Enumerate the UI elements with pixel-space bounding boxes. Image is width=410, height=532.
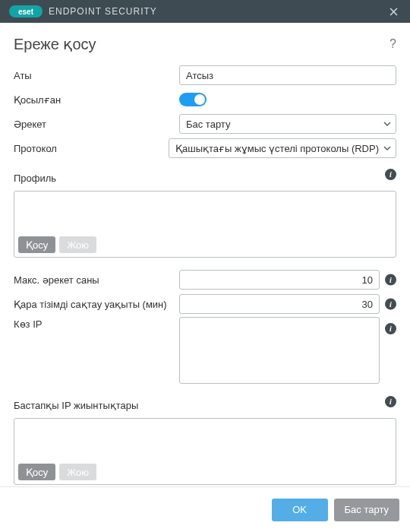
- info-icon[interactable]: i: [385, 169, 396, 180]
- ok-button[interactable]: OK: [272, 499, 328, 521]
- footer: OK Бас тарту: [0, 486, 410, 532]
- info-icon[interactable]: i: [385, 299, 396, 310]
- chevron-down-icon: [383, 120, 391, 128]
- protocol-select-value: Қашықтағы жұмыс үстелі протоколы (RDP): [175, 143, 379, 154]
- product-name: ENDPOINT SECURITY: [49, 6, 157, 17]
- blacklist-retention-label: Қара тізімді сақтау уақыты (мин): [14, 295, 179, 314]
- protocol-select[interactable]: Қашықтағы жұмыс үстелі протоколы (RDP): [169, 138, 396, 158]
- close-button[interactable]: [384, 2, 402, 21]
- profile-label: Профиль: [14, 169, 396, 188]
- enabled-label: Қосылған: [14, 90, 179, 109]
- action-select-value: Бас тарту: [186, 119, 379, 130]
- profile-listbox[interactable]: Қосу Жою: [14, 191, 396, 258]
- protocol-label: Протокол: [14, 139, 169, 158]
- action-select[interactable]: Бас тарту: [179, 114, 396, 134]
- enabled-toggle[interactable]: [179, 93, 207, 106]
- action-label: Әрекет: [14, 115, 179, 134]
- info-icon[interactable]: i: [385, 274, 396, 286]
- max-attempts-label: Макс. әрекет саны: [14, 271, 179, 290]
- blacklist-retention-input[interactable]: [179, 294, 380, 314]
- ipsets-add-button[interactable]: Қосу: [18, 464, 55, 480]
- cancel-button[interactable]: Бас тарту: [334, 499, 399, 521]
- info-icon[interactable]: i: [385, 323, 396, 334]
- ipsets-delete-button: Жою: [59, 464, 96, 480]
- close-icon: [390, 8, 398, 16]
- page-title: Ереже қосу: [14, 35, 390, 53]
- profile-delete-button: Жою: [59, 236, 96, 253]
- source-ip-sets-listbox[interactable]: Қосу Жою: [14, 418, 396, 485]
- max-attempts-input[interactable]: [179, 270, 380, 290]
- help-button[interactable]: ?: [390, 37, 396, 51]
- source-ip-input[interactable]: [179, 317, 380, 384]
- chevron-down-icon: [383, 144, 391, 152]
- profile-add-button[interactable]: Қосу: [18, 236, 55, 253]
- brand-logo: eset: [9, 5, 43, 17]
- info-icon[interactable]: i: [385, 396, 396, 407]
- source-ip-sets-label: Бастапқы IP жиынтықтары: [14, 396, 396, 415]
- titlebar: eset ENDPOINT SECURITY: [0, 0, 410, 23]
- name-label: Аты: [14, 66, 179, 85]
- svg-text:eset: eset: [18, 8, 34, 16]
- source-ip-label: Көз IP: [14, 317, 179, 334]
- name-input[interactable]: [179, 65, 396, 85]
- content: Ереже қосу ? Аты Қосылған Әрекет Бас тар…: [0, 23, 410, 486]
